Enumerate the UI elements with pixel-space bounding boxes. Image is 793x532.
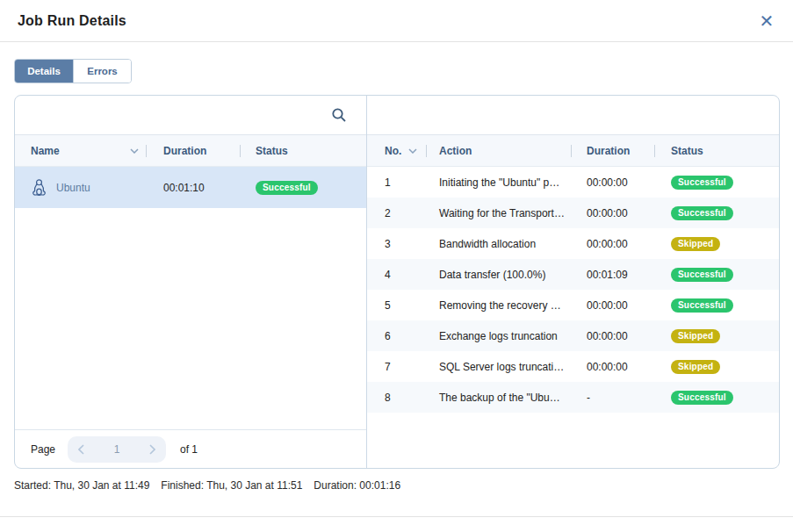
status-badge: Successful [671,298,733,313]
table-row[interactable]: 4 Data transfer (100.0%) 00:01:09 Succes… [367,259,779,290]
actions-rows: 1 Initiating the "Ubuntu" p… 00:00:00 Su… [367,167,779,468]
table-row[interactable]: 7 SQL Server logs truncati… 00:00:00 Ski… [367,351,779,382]
table-row[interactable]: 5 Removing the recovery … 00:00:00 Succe… [367,290,779,320]
table-row[interactable]: 8 The backup of the "Ubu… - Successful [367,382,779,413]
action-duration: 00:00:00 [571,238,654,250]
action-duration: 00:00:00 [571,361,654,373]
finished-text: Finished: Thu, 30 Jan at 11:51 [161,479,302,492]
column-header-status[interactable]: Status [654,135,779,166]
action-text: Exchange logs truncation [426,330,571,342]
table-row[interactable]: 2 Waiting for the Transport… 00:00:00 Su… [367,198,779,228]
action-duration: 00:00:00 [571,176,654,189]
pager-control [68,436,166,463]
tab-group: Details Errors [14,59,132,83]
search-bar [15,96,366,135]
status-badge: Successful [671,268,733,282]
chevron-down-icon[interactable] [130,148,139,154]
action-number: 7 [367,361,426,373]
action-number: 4 [367,269,426,281]
page-title: Job Run Details [18,13,126,29]
search-icon[interactable] [331,107,347,123]
machine-name: Ubuntu [56,182,90,194]
action-duration: 00:00:00 [571,207,654,219]
status-badge: Skipped [671,237,720,251]
action-number: 8 [367,392,426,404]
action-text: Initiating the "Ubuntu" p… [426,176,571,189]
action-number: 1 [367,176,426,189]
column-header-action[interactable]: Action [426,135,571,166]
status-badge: Successful [671,176,733,190]
page-number-input[interactable] [106,443,127,456]
close-icon[interactable]: ✕ [754,9,779,33]
machines-pane: Name Duration Status Ubuntu [15,96,367,468]
job-run-panel: Name Duration Status Ubuntu [14,95,780,469]
action-duration: 00:00:00 [571,299,654,312]
linux-penguin-icon [31,178,47,197]
pagination-label: Page [31,443,55,456]
status-badge: Skipped [671,360,720,374]
chevron-right-icon[interactable] [148,442,157,457]
chevron-left-icon[interactable] [76,442,86,457]
started-text: Started: Thu, 30 Jan at 11:49 [14,479,149,492]
action-duration: 00:00:00 [571,330,654,342]
column-header-no[interactable]: No. [367,135,426,166]
search-input[interactable] [27,96,331,134]
action-text: Data transfer (100.0%) [426,269,571,281]
table-row[interactable]: 1 Initiating the "Ubuntu" p… 00:00:00 Su… [367,167,779,198]
action-text: The backup of the "Ubu… [426,392,571,404]
action-duration: 00:01:09 [571,269,654,281]
bottom-divider [0,516,793,517]
action-number: 2 [367,207,426,219]
machine-duration: 00:01:10 [146,182,240,194]
action-number: 6 [367,330,426,342]
pagination-total: of 1 [180,443,198,456]
column-header-duration[interactable]: Duration [146,135,240,166]
action-number: 5 [367,299,426,312]
column-header-name[interactable]: Name [15,135,146,166]
action-text: Removing the recovery … [426,299,571,312]
action-duration: - [571,392,654,404]
actions-pane-top [367,96,779,135]
action-text: Bandwidth allocation [426,238,571,250]
column-header-status[interactable]: Status [240,135,366,166]
actions-pane: No. Action Duration Status 1 Initiating … [367,96,779,468]
action-number: 3 [367,238,426,250]
actions-table-header: No. Action Duration Status [367,135,779,167]
status-badge: Successful [671,391,733,405]
column-header-duration[interactable]: Duration [571,135,654,166]
machines-table-header: Name Duration Status [15,135,366,167]
table-row[interactable]: Ubuntu 00:01:10 Successful [15,167,366,208]
tab-errors[interactable]: Errors [73,60,131,83]
run-summary: Started: Thu, 30 Jan at 11:49 Finished: … [14,479,779,492]
dialog-header: Job Run Details ✕ [0,0,793,42]
duration-text: Duration: 00:01:16 [314,479,400,492]
action-text: SQL Server logs truncati… [426,361,571,373]
chevron-down-icon[interactable] [408,148,417,154]
action-text: Waiting for the Transport… [426,207,571,219]
table-row[interactable]: 3 Bandwidth allocation 00:00:00 Skipped [367,228,779,259]
status-badge: Successful [256,181,318,195]
table-row[interactable]: 6 Exchange logs truncation 00:00:00 Skip… [367,320,779,351]
status-badge: Skipped [671,329,720,343]
machines-rows: Ubuntu 00:01:10 Successful [15,167,366,429]
pagination-bar: Page of 1 [15,429,366,468]
status-badge: Successful [671,206,733,220]
tab-details[interactable]: Details [15,60,73,83]
